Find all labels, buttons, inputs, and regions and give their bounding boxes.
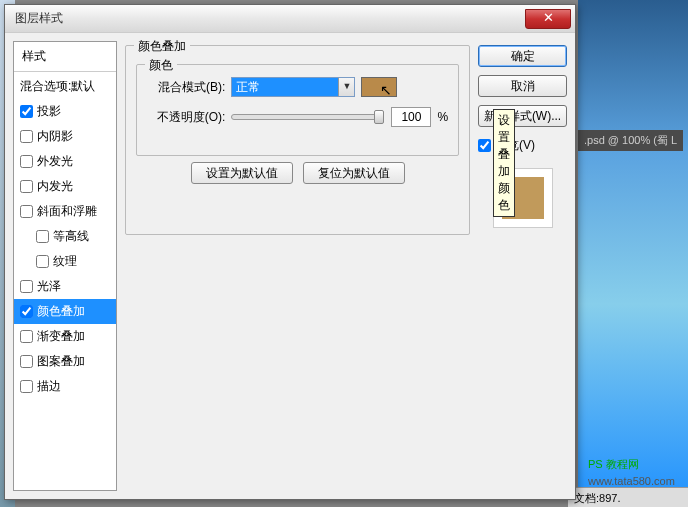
style-item-label: 纹理	[53, 253, 77, 270]
style-checkbox[interactable]	[20, 280, 33, 293]
new-style-button[interactable]: 新建样式(W)...	[478, 105, 567, 127]
document-tab[interactable]: .psd @ 100% (蜀 L	[578, 130, 683, 151]
settings-panel: 颜色叠加 颜色 混合模式(B): 正常 ▼ ↖ 不透明度(O	[125, 41, 470, 491]
style-checkbox[interactable]	[20, 330, 33, 343]
style-item-label: 光泽	[37, 278, 61, 295]
style-item-1[interactable]: 投影	[14, 99, 116, 124]
style-checkbox[interactable]	[36, 255, 49, 268]
style-item-11[interactable]: 图案叠加	[14, 349, 116, 374]
style-item-7[interactable]: 纹理	[14, 249, 116, 274]
style-item-label: 斜面和浮雕	[37, 203, 97, 220]
style-item-3[interactable]: 外发光	[14, 149, 116, 174]
styles-list: 样式 混合选项:默认投影内阴影外发光内发光斜面和浮雕等高线纹理光泽颜色叠加渐变叠…	[13, 41, 117, 491]
style-checkbox[interactable]	[20, 180, 33, 193]
watermark-url: www.tata580.com	[588, 475, 675, 487]
style-checkbox[interactable]	[20, 105, 33, 118]
tooltip: 设置叠加颜色	[493, 109, 515, 217]
style-item-label: 等高线	[53, 228, 89, 245]
style-checkbox[interactable]	[20, 205, 33, 218]
cursor-icon: ↖	[380, 82, 392, 98]
style-item-6[interactable]: 等高线	[14, 224, 116, 249]
styles-header: 样式	[14, 42, 116, 72]
status-bar: 文档:897.	[568, 487, 688, 507]
style-checkbox[interactable]	[20, 355, 33, 368]
opacity-unit: %	[437, 110, 448, 124]
style-checkbox[interactable]	[20, 155, 33, 168]
style-item-label: 投影	[37, 103, 61, 120]
preview-checkbox[interactable]: 预览(V)	[478, 135, 567, 156]
opacity-label: 不透明度(O):	[147, 109, 225, 126]
blend-mode-label: 混合模式(B):	[147, 79, 225, 96]
style-item-label: 外发光	[37, 153, 73, 170]
style-item-9[interactable]: 颜色叠加	[14, 299, 116, 324]
style-checkbox[interactable]	[20, 130, 33, 143]
style-item-label: 渐变叠加	[37, 328, 85, 345]
watermark-site: PS 教程网	[588, 457, 639, 472]
style-item-4[interactable]: 内发光	[14, 174, 116, 199]
style-item-label: 图案叠加	[37, 353, 85, 370]
style-item-8[interactable]: 光泽	[14, 274, 116, 299]
action-panel: 确定 取消 新建样式(W)... 预览(V)	[478, 41, 567, 491]
style-item-10[interactable]: 渐变叠加	[14, 324, 116, 349]
style-checkbox[interactable]	[20, 380, 33, 393]
cancel-button[interactable]: 取消	[478, 75, 567, 97]
style-item-label: 混合选项:默认	[20, 78, 95, 95]
ok-button[interactable]: 确定	[478, 45, 567, 67]
style-item-0[interactable]: 混合选项:默认	[14, 74, 116, 99]
blend-mode-value: 正常	[232, 79, 338, 96]
blend-mode-combo[interactable]: 正常 ▼	[231, 77, 355, 97]
style-item-5[interactable]: 斜面和浮雕	[14, 199, 116, 224]
reset-default-button[interactable]: 复位为默认值	[303, 162, 405, 184]
dialog-title: 图层样式	[15, 10, 525, 27]
style-item-2[interactable]: 内阴影	[14, 124, 116, 149]
style-item-label: 内阴影	[37, 128, 73, 145]
style-checkbox[interactable]	[36, 230, 49, 243]
layer-style-dialog: 图层样式 ✕ 样式 混合选项:默认投影内阴影外发光内发光斜面和浮雕等高线纹理光泽…	[4, 4, 576, 500]
color-swatch[interactable]: ↖	[361, 77, 397, 97]
panel-title: 颜色叠加	[134, 38, 190, 55]
preview-check-input[interactable]	[478, 139, 491, 152]
style-item-label: 描边	[37, 378, 61, 395]
close-button[interactable]: ✕	[525, 9, 571, 29]
titlebar[interactable]: 图层样式 ✕	[5, 5, 575, 33]
style-item-label: 颜色叠加	[37, 303, 85, 320]
style-item-label: 内发光	[37, 178, 73, 195]
style-checkbox[interactable]	[20, 305, 33, 318]
opacity-input[interactable]	[391, 107, 431, 127]
style-item-12[interactable]: 描边	[14, 374, 116, 399]
inner-title: 颜色	[145, 57, 177, 74]
chevron-down-icon: ▼	[338, 78, 354, 96]
set-default-button[interactable]: 设置为默认值	[191, 162, 293, 184]
opacity-slider[interactable]	[231, 114, 381, 120]
app-background: .psd @ 100% (蜀 L PS 教程网 www.tata580.com	[578, 0, 688, 507]
